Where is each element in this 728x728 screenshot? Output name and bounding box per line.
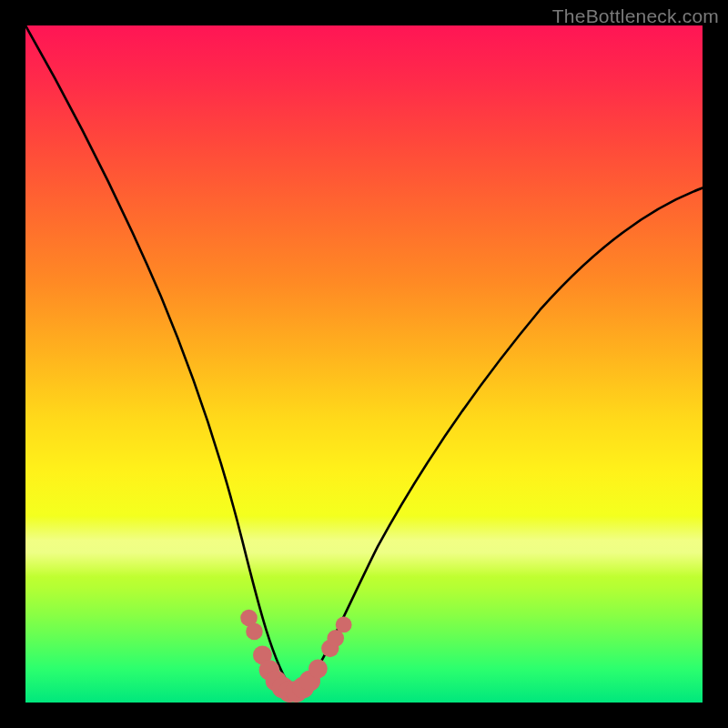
watermark-text: TheBottleneck.com [552,5,719,27]
highlight-dots [240,610,351,703]
chart-frame: TheBottleneck.com [0,0,728,728]
svg-point-13 [336,617,352,633]
plot-area [25,25,703,703]
curve-layer [25,25,703,703]
svg-point-1 [246,623,263,641]
svg-point-10 [308,659,328,678]
bottleneck-curve [25,25,703,693]
